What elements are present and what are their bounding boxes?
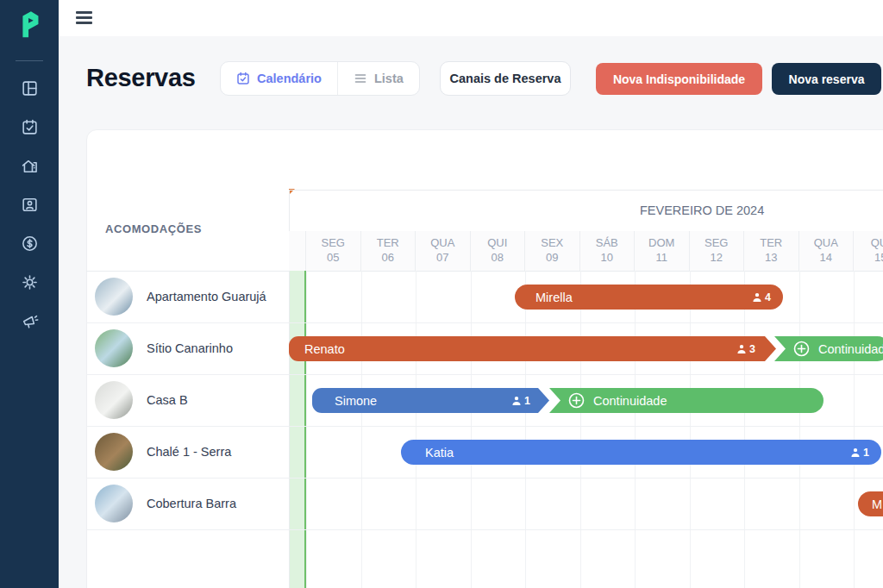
reservation-bar[interactable]: Renato 3 [289, 336, 776, 361]
settings-gear-icon[interactable] [21, 273, 39, 291]
channels-button[interactable]: Canais de Reserva [440, 61, 571, 96]
reservation-bar[interactable]: Mirella 4 [515, 285, 783, 310]
reservation-guest-label: Mirella [535, 291, 573, 304]
person-icon [511, 396, 522, 406]
day-header-row: SEG05 TER06 QUA07 QUI08 SEX09 SÁB10 DOM1… [289, 231, 883, 271]
grid-line [471, 271, 472, 588]
day-cell: TER06 [361, 231, 416, 271]
tab-calendar-label: Calendário [257, 72, 322, 85]
day-cell: SÁB10 [580, 231, 636, 271]
row-border [86, 529, 883, 530]
calendar-icon [236, 72, 250, 85]
accommodation-name: Cobertura Barra [147, 497, 236, 510]
day-cell: QUI15 [854, 231, 883, 271]
accommodation-row[interactable]: Sítio Canarinho [86, 322, 289, 374]
guest-count-badge: 3 [736, 343, 755, 355]
accommodation-avatar [95, 485, 133, 522]
page-title: Reservas [86, 64, 196, 92]
day-cell: TER13 [744, 231, 799, 271]
grid-line [416, 271, 416, 588]
reservation-bar[interactable]: M [858, 491, 883, 516]
accommodations-header: ACOMODAÇÕES [105, 222, 202, 235]
tab-calendar[interactable]: Calendário [221, 62, 337, 95]
calendar-top-border [289, 190, 883, 191]
grid-line [635, 271, 636, 588]
finance-dollar-icon[interactable] [21, 235, 39, 253]
person-icon [752, 292, 762, 303]
marketing-megaphone-icon[interactable] [21, 312, 39, 330]
person-icon [850, 447, 861, 458]
accommodation-avatar [95, 381, 133, 419]
grid-line [744, 271, 745, 588]
continuity-label: Continuidade [818, 342, 883, 356]
guest-count-badge: 1 [850, 447, 869, 459]
top-bar [59, 0, 883, 36]
hamburger-menu-icon[interactable] [76, 11, 92, 24]
list-icon [354, 72, 367, 85]
reservation-guest-label: Simone [335, 394, 377, 408]
accommodation-avatar [95, 433, 133, 471]
new-unavailability-button[interactable]: Nova Indisponibilidade [596, 63, 762, 95]
accommodation-name: Chalé 1 - Serra [147, 445, 231, 459]
reservation-guest-label: Katia [425, 446, 454, 460]
accommodation-row[interactable]: Casa B [86, 374, 289, 426]
accommodation-row[interactable]: Apartamento Guarujá [86, 271, 289, 322]
month-label: FEVEREIRO DE 2024 [640, 203, 764, 217]
plus-circle-icon [568, 392, 585, 409]
day-spacer [289, 231, 306, 271]
accommodation-name: Sítio Canarinho [147, 341, 233, 355]
grid-line [580, 271, 581, 588]
reservation-bar[interactable]: Katia 1 [401, 440, 881, 465]
accommodation-name: Apartamento Guarujá [147, 290, 266, 303]
view-toggle: Calendário Lista [220, 61, 420, 96]
accommodation-avatar [95, 278, 133, 316]
day-cell: QUI08 [471, 231, 526, 271]
properties-home-icon[interactable] [21, 157, 39, 175]
accommodation-avatar [95, 329, 133, 367]
grid-line [361, 271, 362, 588]
reservation-guest-label: M [872, 497, 882, 511]
grid-line [306, 271, 307, 588]
continuity-bar[interactable]: Continuidade [774, 336, 883, 361]
day-cell: QUA07 [416, 231, 471, 271]
accommodation-name: Casa B [147, 393, 188, 407]
dashboard-icon[interactable] [21, 79, 39, 97]
plus-circle-icon [793, 341, 810, 357]
grid-line [690, 271, 691, 588]
person-icon [736, 344, 747, 354]
continuity-label: Continuidade [593, 394, 667, 408]
day-cell: SEG05 [306, 231, 361, 271]
reservation-bar[interactable]: Simone 1 [312, 388, 549, 413]
day-cell: DOM11 [635, 231, 690, 271]
app-logo-icon[interactable] [13, 8, 46, 41]
grid-line [799, 271, 800, 588]
guest-card-icon[interactable] [21, 196, 39, 214]
reservation-guest-label: Renato [304, 342, 345, 356]
tab-list[interactable]: Lista [337, 62, 419, 95]
tab-list-label: Lista [374, 72, 404, 85]
day-cell: QUA14 [799, 231, 855, 271]
day-cell: SEG12 [690, 231, 745, 271]
guest-count-badge: 1 [511, 395, 530, 407]
day-cell: SEX09 [525, 231, 580, 271]
sidebar-divider [16, 60, 43, 61]
grid-line [854, 271, 855, 588]
calendar-check-icon[interactable] [21, 118, 39, 136]
new-reservation-button[interactable]: Nova reserva [772, 63, 881, 95]
sidebar [0, 0, 59, 588]
today-column-highlight [290, 271, 306, 588]
accommodation-row[interactable]: Chalé 1 - Serra [86, 426, 289, 478]
continuity-bar[interactable]: Continuidade [549, 388, 824, 413]
accommodation-row[interactable]: Cobertura Barra [86, 478, 289, 529]
grid-line [525, 271, 526, 588]
guest-count-badge: 4 [752, 291, 771, 303]
